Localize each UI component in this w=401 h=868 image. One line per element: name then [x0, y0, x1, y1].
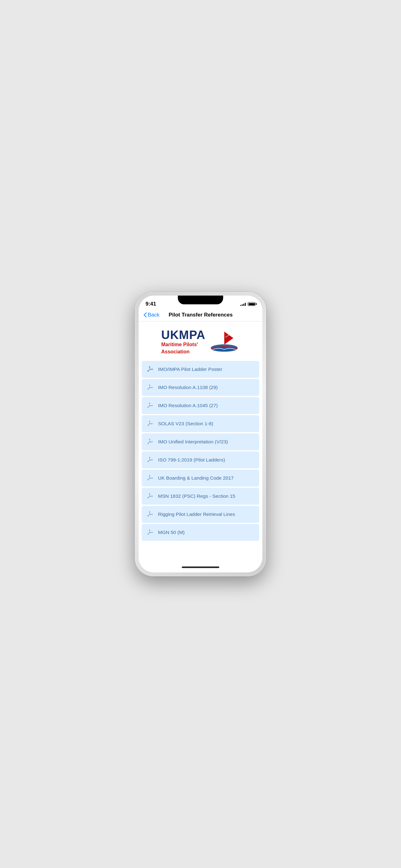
- list-item[interactable]: IMO/IMPA Pilot Ladder Poster: [142, 361, 259, 378]
- item-label: IMO Resolution A.1108 (29): [158, 384, 218, 390]
- svg-point-10: [149, 441, 151, 442]
- list-item[interactable]: Rigging Pilot Ladder Retrieval Lines: [142, 506, 259, 523]
- nav-bar: Back Pilot Transfer References: [139, 309, 262, 321]
- logo-ukmpa: UKMPA: [161, 329, 205, 341]
- content-area: UKMPA Maritime Pilots' Association: [139, 321, 262, 562]
- back-label: Back: [148, 312, 160, 318]
- item-label: IMO/IMPA Pilot Ladder Poster: [158, 367, 222, 372]
- list-item[interactable]: UK Boarding & Landing Code 2017: [142, 470, 259, 487]
- list-item[interactable]: IMO Resolution A.1108 (29): [142, 379, 259, 396]
- page-title: Pilot Transfer References: [160, 312, 242, 318]
- list-item[interactable]: IMO Resolution A.1045 (27): [142, 397, 259, 414]
- svg-point-8: [149, 405, 151, 406]
- svg-point-12: [149, 477, 151, 479]
- list-item[interactable]: ISO 799-1:2019 (Pilot Ladders): [142, 452, 259, 468]
- item-label: Rigging Pilot Ladder Retrieval Lines: [158, 512, 235, 517]
- svg-point-14: [149, 514, 151, 515]
- logo-text: UKMPA Maritime Pilots' Association: [161, 329, 205, 355]
- fan-icon: [145, 365, 154, 374]
- chevron-left-icon: [144, 312, 147, 317]
- item-label: ISO 799-1:2019 (Pilot Ladders): [158, 457, 225, 463]
- fan-icon: [145, 383, 154, 392]
- logo-subtitle-line1: Maritime Pilots': [161, 342, 205, 348]
- back-button[interactable]: Back: [144, 312, 160, 318]
- status-time: 9:41: [145, 301, 156, 307]
- logo-area: UKMPA Maritime Pilots' Association: [139, 321, 262, 361]
- fan-icon: [145, 437, 154, 446]
- svg-point-15: [149, 532, 151, 533]
- signal-icon: [240, 302, 246, 306]
- ukmpa-logo-icon: [209, 330, 240, 354]
- fan-icon: [145, 510, 154, 519]
- list-item[interactable]: MGN 50 (M): [142, 524, 259, 541]
- svg-point-6: [149, 369, 151, 370]
- item-label: IMO Unified Interpretation (V/23): [158, 439, 228, 445]
- item-label: UK Boarding & Landing Code 2017: [158, 475, 234, 481]
- list-item[interactable]: SOLAS V23 (Section 1-8): [142, 415, 259, 432]
- phone-screen: 9:41 Back Pilot Transf: [139, 296, 262, 572]
- fan-icon: [145, 492, 154, 501]
- svg-point-11: [149, 459, 151, 461]
- item-label: MSN 1832 (PSC) Regs - Section 15: [158, 493, 235, 499]
- fan-icon: [145, 474, 154, 483]
- phone-frame: 9:41 Back Pilot Transf: [135, 292, 266, 576]
- svg-point-7: [149, 387, 151, 388]
- svg-marker-1: [225, 333, 232, 343]
- svg-point-13: [149, 496, 151, 497]
- notch: [178, 296, 223, 304]
- item-label: SOLAS V23 (Section 1-8): [158, 421, 213, 427]
- fan-icon: [145, 456, 154, 464]
- list-item[interactable]: MSN 1832 (PSC) Regs - Section 15: [142, 488, 259, 505]
- logo-subtitle-line2: Association: [161, 349, 205, 355]
- reference-list: IMO/IMPA Pilot Ladder Poster IMO Resolut…: [139, 361, 262, 548]
- fan-icon: [145, 401, 154, 410]
- list-item[interactable]: IMO Unified Interpretation (V/23): [142, 433, 259, 450]
- status-icons: [240, 302, 256, 306]
- battery-icon: [248, 302, 256, 306]
- item-label: IMO Resolution A.1045 (27): [158, 403, 218, 408]
- home-indicator: [139, 562, 262, 572]
- item-label: MGN 50 (M): [158, 530, 185, 535]
- svg-point-9: [149, 423, 151, 424]
- fan-icon: [145, 419, 154, 428]
- fan-icon: [145, 528, 154, 537]
- home-bar: [182, 566, 219, 568]
